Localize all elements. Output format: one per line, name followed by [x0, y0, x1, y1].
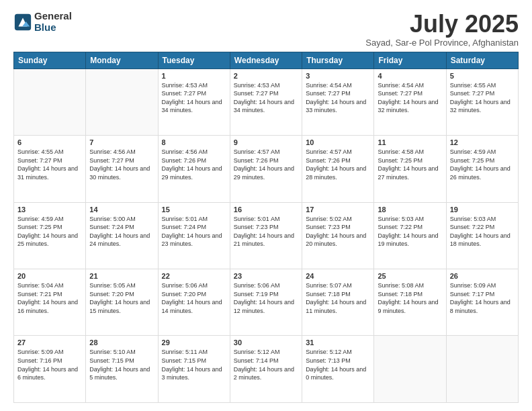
day-number: 7 [89, 138, 154, 146]
day-number: 18 [378, 205, 442, 214]
weekday-header: Monday [86, 52, 158, 68]
calendar-cell: 21Sunrise: 5:05 AM Sunset: 7:20 PM Dayli… [86, 269, 158, 336]
calendar-cell [446, 336, 518, 403]
day-number: 10 [306, 138, 370, 146]
calendar-cell: 26Sunrise: 5:09 AM Sunset: 7:17 PM Dayli… [446, 269, 518, 336]
day-info: Sunrise: 5:07 AM Sunset: 7:18 PM Dayligh… [306, 281, 370, 315]
weekday-header: Sunday [14, 52, 86, 68]
calendar-cell: 27Sunrise: 5:09 AM Sunset: 7:16 PM Dayli… [14, 336, 86, 403]
day-info: Sunrise: 4:53 AM Sunset: 7:27 PM Dayligh… [162, 81, 226, 115]
calendar-cell: 2Sunrise: 4:53 AM Sunset: 7:27 PM Daylig… [230, 68, 302, 135]
calendar-cell: 23Sunrise: 5:06 AM Sunset: 7:19 PM Dayli… [230, 269, 302, 336]
calendar-cell: 25Sunrise: 5:08 AM Sunset: 7:18 PM Dayli… [374, 269, 446, 336]
day-number: 27 [17, 338, 82, 347]
day-info: Sunrise: 5:09 AM Sunset: 7:16 PM Dayligh… [17, 348, 82, 381]
day-number: 20 [17, 272, 82, 280]
day-info: Sunrise: 4:57 AM Sunset: 7:26 PM Dayligh… [306, 148, 370, 181]
weekday-header: Friday [374, 52, 446, 68]
calendar-cell [14, 68, 86, 135]
page: General Blue July 2025 Sayad, Sar-e Pol … [0, 0, 532, 411]
title-block: July 2025 Sayad, Sar-e Pol Province, Afg… [365, 11, 519, 48]
calendar-cell: 6Sunrise: 4:55 AM Sunset: 7:27 PM Daylig… [14, 136, 86, 202]
day-number: 17 [306, 205, 370, 214]
day-info: Sunrise: 5:03 AM Sunset: 7:22 PM Dayligh… [378, 215, 442, 248]
day-info: Sunrise: 5:06 AM Sunset: 7:20 PM Dayligh… [162, 281, 226, 315]
logo-general: General [34, 11, 72, 22]
day-info: Sunrise: 4:58 AM Sunset: 7:25 PM Dayligh… [378, 148, 442, 181]
calendar-week-row: 1Sunrise: 4:53 AM Sunset: 7:27 PM Daylig… [14, 68, 519, 135]
day-number: 5 [450, 72, 515, 80]
day-number: 31 [306, 338, 370, 347]
calendar-cell: 18Sunrise: 5:03 AM Sunset: 7:22 PM Dayli… [374, 202, 446, 269]
day-info: Sunrise: 5:11 AM Sunset: 7:15 PM Dayligh… [162, 348, 226, 381]
day-info: Sunrise: 5:10 AM Sunset: 7:15 PM Dayligh… [89, 348, 154, 381]
calendar-cell: 4Sunrise: 4:54 AM Sunset: 7:27 PM Daylig… [374, 68, 446, 135]
calendar-cell: 28Sunrise: 5:10 AM Sunset: 7:15 PM Dayli… [86, 336, 158, 403]
day-info: Sunrise: 5:05 AM Sunset: 7:20 PM Dayligh… [89, 281, 154, 315]
day-number: 14 [89, 205, 154, 214]
day-number: 9 [234, 138, 298, 146]
calendar-cell: 13Sunrise: 4:59 AM Sunset: 7:25 PM Dayli… [14, 202, 86, 269]
logo: General Blue [13, 11, 72, 33]
calendar-cell: 1Sunrise: 4:53 AM Sunset: 7:27 PM Daylig… [158, 68, 230, 135]
calendar-week-row: 20Sunrise: 5:04 AM Sunset: 7:21 PM Dayli… [14, 269, 519, 336]
calendar-cell: 24Sunrise: 5:07 AM Sunset: 7:18 PM Dayli… [302, 269, 374, 336]
day-number: 21 [89, 272, 154, 280]
weekday-header-row: SundayMondayTuesdayWednesdayThursdayFrid… [14, 52, 519, 68]
day-number: 26 [450, 272, 515, 280]
day-info: Sunrise: 4:59 AM Sunset: 7:25 PM Dayligh… [17, 215, 82, 248]
day-number: 6 [17, 138, 82, 146]
calendar-cell: 5Sunrise: 4:55 AM Sunset: 7:27 PM Daylig… [446, 68, 518, 135]
day-info: Sunrise: 5:12 AM Sunset: 7:14 PM Dayligh… [234, 348, 298, 381]
calendar-cell [374, 336, 446, 403]
calendar-week-row: 13Sunrise: 4:59 AM Sunset: 7:25 PM Dayli… [14, 202, 519, 269]
weekday-header: Wednesday [230, 52, 302, 68]
day-info: Sunrise: 5:04 AM Sunset: 7:21 PM Dayligh… [17, 281, 82, 315]
day-number: 25 [378, 272, 442, 280]
weekday-header: Saturday [446, 52, 518, 68]
day-info: Sunrise: 5:06 AM Sunset: 7:19 PM Dayligh… [234, 281, 298, 315]
subtitle: Sayad, Sar-e Pol Province, Afghanistan [365, 38, 519, 48]
weekday-header: Tuesday [158, 52, 230, 68]
day-number: 2 [234, 72, 298, 80]
day-number: 22 [162, 272, 226, 280]
day-info: Sunrise: 4:54 AM Sunset: 7:27 PM Dayligh… [306, 81, 370, 115]
day-info: Sunrise: 4:54 AM Sunset: 7:27 PM Dayligh… [378, 81, 442, 115]
calendar-week-row: 6Sunrise: 4:55 AM Sunset: 7:27 PM Daylig… [14, 136, 519, 202]
day-info: Sunrise: 5:01 AM Sunset: 7:24 PM Dayligh… [162, 215, 226, 248]
logo-icon [13, 13, 32, 32]
day-number: 19 [450, 205, 515, 214]
calendar-cell: 20Sunrise: 5:04 AM Sunset: 7:21 PM Dayli… [14, 269, 86, 336]
day-number: 11 [378, 138, 442, 146]
day-info: Sunrise: 5:12 AM Sunset: 7:13 PM Dayligh… [306, 348, 370, 381]
day-info: Sunrise: 4:55 AM Sunset: 7:27 PM Dayligh… [17, 148, 82, 181]
day-info: Sunrise: 5:09 AM Sunset: 7:17 PM Dayligh… [450, 281, 515, 315]
day-number: 28 [89, 338, 154, 347]
calendar-cell: 10Sunrise: 4:57 AM Sunset: 7:26 PM Dayli… [302, 136, 374, 202]
calendar-cell: 14Sunrise: 5:00 AM Sunset: 7:24 PM Dayli… [86, 202, 158, 269]
calendar-cell: 9Sunrise: 4:57 AM Sunset: 7:26 PM Daylig… [230, 136, 302, 202]
calendar-cell: 16Sunrise: 5:01 AM Sunset: 7:23 PM Dayli… [230, 202, 302, 269]
day-number: 29 [162, 338, 226, 347]
logo-text: General Blue [34, 11, 72, 33]
calendar-cell: 8Sunrise: 4:56 AM Sunset: 7:26 PM Daylig… [158, 136, 230, 202]
day-number: 4 [378, 72, 442, 80]
weekday-header: Thursday [302, 52, 374, 68]
day-info: Sunrise: 4:53 AM Sunset: 7:27 PM Dayligh… [234, 81, 298, 115]
day-info: Sunrise: 4:57 AM Sunset: 7:26 PM Dayligh… [234, 148, 298, 181]
day-info: Sunrise: 5:01 AM Sunset: 7:23 PM Dayligh… [234, 215, 298, 248]
day-info: Sunrise: 4:56 AM Sunset: 7:26 PM Dayligh… [162, 148, 226, 181]
month-title: July 2025 [365, 11, 519, 38]
calendar-week-row: 27Sunrise: 5:09 AM Sunset: 7:16 PM Dayli… [14, 336, 519, 403]
day-number: 3 [306, 72, 370, 80]
day-info: Sunrise: 5:00 AM Sunset: 7:24 PM Dayligh… [89, 215, 154, 248]
day-info: Sunrise: 4:56 AM Sunset: 7:27 PM Dayligh… [89, 148, 154, 181]
day-info: Sunrise: 4:55 AM Sunset: 7:27 PM Dayligh… [450, 81, 515, 115]
calendar-cell: 19Sunrise: 5:03 AM Sunset: 7:22 PM Dayli… [446, 202, 518, 269]
day-number: 24 [306, 272, 370, 280]
day-info: Sunrise: 5:02 AM Sunset: 7:23 PM Dayligh… [306, 215, 370, 248]
logo-blue: Blue [34, 22, 72, 34]
calendar-cell: 11Sunrise: 4:58 AM Sunset: 7:25 PM Dayli… [374, 136, 446, 202]
calendar-cell: 17Sunrise: 5:02 AM Sunset: 7:23 PM Dayli… [302, 202, 374, 269]
calendar-table: SundayMondayTuesdayWednesdayThursdayFrid… [13, 52, 519, 403]
